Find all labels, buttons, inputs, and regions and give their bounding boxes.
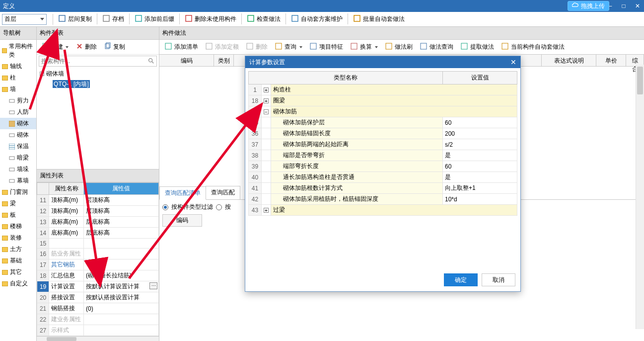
new-icon bbox=[42, 42, 50, 52]
nav-item[interactable]: 墙垛 bbox=[0, 164, 36, 175]
nav-item[interactable]: 墙 bbox=[0, 84, 36, 95]
param-row[interactable]: 43+过梁 bbox=[249, 205, 517, 216]
item-icon bbox=[9, 167, 15, 172]
calc-param-dialog: 计算参数设置 ✕ 类型名称 设置值 1+构造柱18+圈梁34−砌体加筋35砌体加… bbox=[245, 56, 521, 292]
nav-item[interactable]: 暗梁 bbox=[0, 152, 36, 164]
param-row[interactable]: 38端部是否带弯折是 bbox=[249, 150, 517, 161]
tab-match-list[interactable]: 查询匹配清单 bbox=[159, 186, 206, 200]
scrollbar[interactable] bbox=[37, 336, 159, 341]
param-row[interactable]: 35砌体加筋保护层60 bbox=[249, 117, 517, 128]
ok-button[interactable]: 确定 bbox=[444, 273, 478, 286]
param-row[interactable]: 37砌体加筋两端的起始距离s/2 bbox=[249, 139, 517, 150]
radio-by-other[interactable] bbox=[216, 204, 222, 210]
tool-icon bbox=[164, 42, 172, 52]
param-row[interactable]: 1+构造柱 bbox=[249, 85, 517, 95]
scrollbar[interactable] bbox=[636, 65, 644, 329]
copy-button[interactable]: 复制 bbox=[101, 42, 128, 53]
svg-rect-6 bbox=[354, 15, 360, 21]
nav-item[interactable]: 楼梯 bbox=[0, 221, 36, 232]
cancel-button[interactable]: 取消 bbox=[482, 273, 515, 286]
nav-item[interactable]: 幕墙 bbox=[0, 175, 36, 186]
nav-item[interactable]: 板 bbox=[0, 209, 36, 221]
tool-2[interactable]: 添加前后缀 bbox=[132, 13, 177, 25]
nav-item[interactable]: 轴线 bbox=[0, 61, 36, 72]
new-button[interactable]: 新建 bbox=[39, 42, 72, 53]
rt-8[interactable]: 提取做法 bbox=[457, 41, 497, 53]
nav-item[interactable]: 砌体 bbox=[0, 129, 36, 141]
param-row[interactable]: 42砌体加筋采用植筋时，植筋锚固深度10*d bbox=[249, 194, 517, 205]
rt-5[interactable]: 换算 bbox=[347, 41, 381, 53]
col-type-name: 类型名称 bbox=[249, 72, 443, 85]
tool-4[interactable]: 检查做法 bbox=[244, 13, 284, 25]
nav-item[interactable]: 常用构件类 bbox=[0, 41, 36, 61]
more-icon[interactable]: ⋯ bbox=[149, 282, 157, 289]
tool-1[interactable]: 存档 bbox=[99, 13, 127, 25]
search-icon[interactable] bbox=[147, 57, 154, 66]
prop-row[interactable]: 16筋业务属性 bbox=[37, 249, 159, 259]
nav-item[interactable]: 柱 bbox=[0, 72, 36, 84]
param-row[interactable]: 36砌体加筋锚固长度200 bbox=[249, 128, 517, 139]
param-row[interactable]: 39端部弯折长度60 bbox=[249, 161, 517, 172]
nav-item[interactable]: 装修 bbox=[0, 232, 36, 244]
nav-item[interactable]: 基础 bbox=[0, 255, 36, 266]
floor-select[interactable]: 首层 bbox=[2, 14, 47, 25]
prop-row[interactable]: 27示样式 bbox=[37, 325, 159, 336]
folder-icon bbox=[2, 236, 8, 241]
tab-match[interactable]: 查询匹配 bbox=[206, 186, 240, 199]
rt-6[interactable]: 做法刷 bbox=[382, 41, 416, 53]
copy-icon bbox=[104, 42, 112, 52]
svg-rect-19 bbox=[165, 43, 171, 49]
component-header: 构件列表 bbox=[37, 27, 159, 40]
tool-5[interactable]: 自动套方案维护 bbox=[288, 13, 346, 25]
tool-3[interactable]: 删除未使用构件 bbox=[182, 13, 239, 25]
rt-3[interactable]: 查询 bbox=[272, 41, 305, 53]
rt-0[interactable]: 添加清单 bbox=[161, 41, 201, 53]
prop-row[interactable]: 13底标高(m)层底标高 bbox=[37, 217, 159, 228]
prop-row[interactable]: 18汇总信息(砌体通长拉结筋) bbox=[37, 270, 159, 281]
nav-item[interactable]: 砌体 bbox=[0, 118, 36, 129]
tool-0[interactable]: 层间复制 bbox=[55, 13, 95, 25]
nav-item[interactable]: 土方 bbox=[0, 244, 36, 255]
toggle-icon: + bbox=[264, 98, 269, 103]
close-icon[interactable]: ✕ bbox=[634, 2, 641, 9]
folder-icon bbox=[2, 76, 8, 81]
prop-col-value: 属性值 bbox=[84, 183, 159, 195]
nav-item[interactable]: 人防 bbox=[0, 106, 36, 118]
nav-item[interactable]: 其它 bbox=[0, 266, 36, 278]
maximize-icon[interactable]: □ bbox=[620, 2, 627, 9]
prop-row[interactable]: 22建业务属性 bbox=[37, 314, 159, 325]
tool-6[interactable]: 批量自动套做法 bbox=[350, 13, 408, 25]
upload-badge[interactable]: 拖拽上传 bbox=[568, 1, 609, 11]
svg-rect-22 bbox=[276, 43, 282, 49]
param-row[interactable]: 40通长加筋遇构造柱是否贯通是 bbox=[249, 172, 517, 183]
prop-row[interactable]: 12顶标高(m)层顶标高 bbox=[37, 206, 159, 217]
prop-row[interactable]: 14底标高(m)层底标高 bbox=[37, 228, 159, 239]
prop-row[interactable]: 19计算设置按默认计算设置计算⋯ bbox=[37, 281, 159, 292]
item-icon bbox=[9, 121, 15, 127]
tree-parent[interactable]: − 砌体墙 bbox=[39, 69, 157, 79]
nav-item[interactable]: 门窗洞 bbox=[0, 186, 36, 198]
delete-button[interactable]: 删除 bbox=[72, 42, 100, 53]
dialog-title-bar[interactable]: 计算参数设置 ✕ bbox=[245, 56, 520, 68]
prop-row[interactable]: 11顶标高(m)层顶标高 bbox=[37, 195, 159, 206]
svg-rect-24 bbox=[351, 43, 357, 49]
tree-leaf[interactable]: QTQ-1 [内墙] bbox=[39, 79, 157, 89]
search-input[interactable] bbox=[41, 58, 147, 65]
nav-item[interactable]: 保温 bbox=[0, 141, 36, 152]
param-row[interactable]: 41砌体加筋根数计算方式向上取整+1 bbox=[249, 183, 517, 194]
param-row[interactable]: 34−砌体加筋 bbox=[249, 106, 517, 117]
collapse-icon[interactable]: − bbox=[40, 72, 44, 76]
rt-9[interactable]: 当前构件自动套做法 bbox=[498, 41, 568, 53]
close-icon[interactable]: ✕ bbox=[510, 58, 516, 66]
prop-row[interactable]: 15 bbox=[37, 239, 159, 249]
param-row[interactable]: 18+圈梁 bbox=[249, 95, 517, 106]
prop-row[interactable]: 17其它钢筋 bbox=[37, 259, 159, 270]
prop-row[interactable]: 20搭接设置按默认搭接设置计算 bbox=[37, 292, 159, 303]
prop-row[interactable]: 21钢筋搭接(0) bbox=[37, 303, 159, 314]
rt-7[interactable]: 做法查询 bbox=[417, 41, 456, 53]
nav-item[interactable]: 梁 bbox=[0, 198, 36, 209]
nav-item[interactable]: 自定义 bbox=[0, 278, 36, 289]
radio-by-type[interactable] bbox=[162, 204, 168, 210]
rt-4[interactable]: 项目特征 bbox=[306, 41, 346, 53]
nav-item[interactable]: 剪力 bbox=[0, 95, 36, 106]
